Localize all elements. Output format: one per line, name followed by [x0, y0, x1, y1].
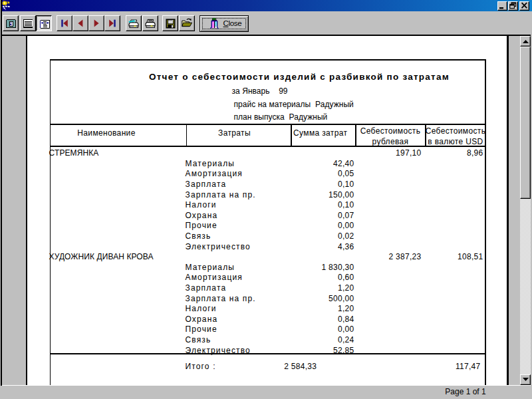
table-border-right [485, 59, 486, 384]
save-button[interactable] [162, 15, 178, 31]
group-cost-usd: 8,96 [467, 149, 483, 158]
open-button[interactable] [179, 15, 195, 31]
print-setup-icon [128, 17, 140, 29]
item-value: 0,10 [338, 201, 354, 209]
next-page-button[interactable] [88, 15, 104, 31]
total-label: Итого : [186, 362, 216, 371]
header-line-bottom [50, 146, 486, 147]
first-page-button[interactable] [57, 15, 72, 31]
item-label: Амортизация [186, 273, 243, 282]
restore-icon [509, 2, 517, 9]
item-value: 150,00 [329, 191, 354, 200]
prev-page-button[interactable] [72, 15, 88, 31]
col-header-name: Наименование [77, 128, 135, 139]
item-label: Амортизация [186, 170, 243, 178]
page-border-right [507, 36, 509, 385]
group-name: ХУДОЖНИК ДИВАН КРОВА [49, 253, 154, 261]
full-size-icon [23, 19, 33, 28]
minimize-button[interactable] [497, 1, 507, 11]
open-icon [181, 17, 193, 29]
report-subtitle-price: прайс на материалы Радужный [234, 100, 354, 109]
group-cost-rub: 197,10 [396, 149, 422, 158]
table-border-top [50, 59, 486, 61]
item-value: 0,10 [338, 180, 354, 189]
report-subtitle-plan: план выпуска Радужный [234, 113, 328, 122]
scroll-up-button[interactable] [520, 36, 531, 47]
item-label: Зарплата на пр. [186, 295, 256, 303]
minimize-icon [498, 2, 507, 9]
item-label: Прочие [186, 325, 217, 334]
scroll-up-icon [523, 40, 529, 43]
group-cost-rub: 2 387,23 [388, 253, 421, 261]
title-bar[interactable] [0, 0, 532, 11]
header-line-top [50, 124, 486, 125]
item-value: 4,36 [338, 243, 354, 251]
close-icon [520, 2, 529, 9]
scroll-down-icon [523, 378, 529, 381]
whole-page-icon [6, 19, 16, 28]
report-page: Отчет о себестоимости изделий с разбивко… [27, 36, 507, 385]
item-label: Зарплата [186, 284, 227, 293]
toolbar: Close [0, 11, 532, 35]
item-value: 42,40 [333, 160, 354, 168]
item-value: 0,00 [338, 325, 354, 334]
next-page-icon [91, 18, 102, 29]
item-value: 52,85 [333, 346, 354, 355]
item-value: 0,60 [338, 273, 354, 282]
report-subtitle-period: за Январь 99 [232, 87, 288, 96]
full-size-button[interactable] [20, 15, 36, 31]
item-label: Материалы [186, 160, 235, 168]
total-sum: 2 584,33 [284, 362, 317, 371]
status-bar: Page 1 of 1 [0, 386, 532, 399]
total-line [50, 353, 486, 354]
item-value: 0,24 [338, 336, 354, 344]
col-sep-2 [291, 124, 291, 147]
page-width-button[interactable] [36, 15, 52, 31]
print-setup-button[interactable] [126, 15, 142, 31]
client-border-bottom [1, 385, 531, 386]
scrollbar-thumb[interactable] [520, 47, 531, 199]
restore-button[interactable] [508, 1, 518, 11]
report-title: Отчет о себестоимости изделий с разбивко… [149, 72, 450, 82]
col-header-rub: Себестоимость рублевая [360, 126, 421, 147]
item-label: Электричество [186, 243, 251, 251]
table-border-left [50, 59, 51, 384]
item-label: Зарплата на пр. [186, 191, 256, 200]
col-header-usd: Себестоимость в валюте USD [426, 126, 486, 147]
vertical-scrollbar[interactable] [520, 36, 531, 385]
app-icon [1, 0, 12, 11]
first-page-icon [59, 18, 70, 29]
item-label: Охрана [186, 315, 218, 324]
item-label: Связь [186, 232, 211, 241]
page-indicator: Page 1 of 1 [445, 388, 485, 396]
last-page-button[interactable] [104, 15, 120, 31]
col-sep-1 [186, 124, 187, 147]
col-header-sum: Сумма затрат [293, 128, 347, 139]
group-cost-usd: 108,51 [458, 253, 483, 261]
close-window-button[interactable] [519, 1, 530, 11]
item-label: Налоги [186, 305, 217, 313]
item-label: Зарплата [186, 180, 227, 189]
scroll-down-button[interactable] [520, 374, 531, 385]
print-button[interactable] [142, 15, 158, 31]
item-value: 0,02 [338, 232, 354, 241]
save-icon [165, 18, 176, 29]
item-label: Материалы [186, 263, 235, 272]
client-border-left [1, 0, 2, 386]
item-label: Охрана [186, 211, 218, 220]
item-label: Налоги [186, 201, 217, 209]
col-header-costs: Затраты [218, 128, 251, 139]
last-page-icon [107, 18, 118, 29]
print-icon [144, 17, 156, 29]
whole-page-button[interactable] [3, 15, 19, 31]
group-name: СТРЕМЯНКА [49, 149, 99, 158]
item-label: Электричество [186, 346, 251, 355]
item-value: 1 830,30 [321, 263, 354, 272]
focus-rect [202, 18, 246, 29]
item-value: 0,05 [338, 170, 354, 178]
close-preview-button[interactable]: Close [200, 15, 249, 32]
item-value: 1,20 [338, 305, 354, 313]
item-value: 0,07 [338, 211, 354, 220]
client-border-top [1, 35, 531, 36]
prev-page-icon [75, 18, 86, 29]
